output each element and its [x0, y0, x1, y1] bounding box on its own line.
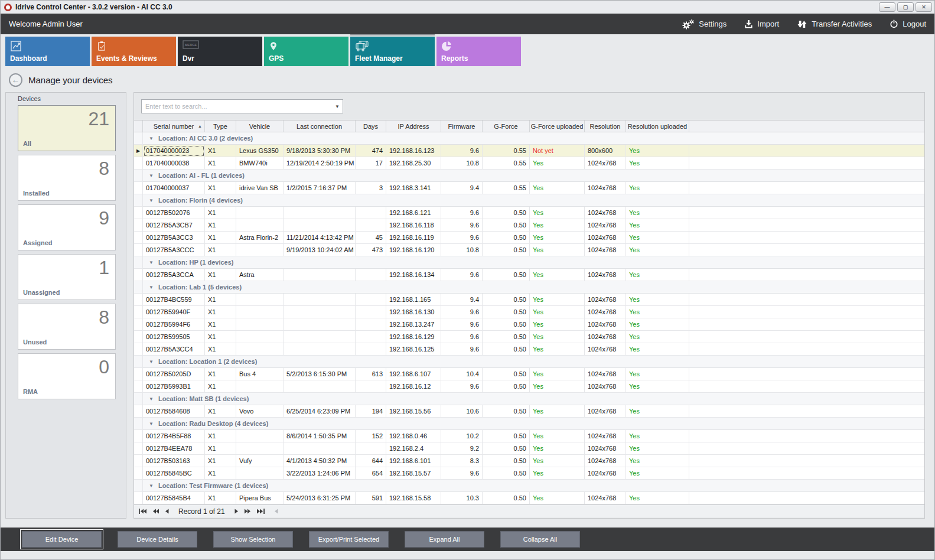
- device-row[interactable]: 017040000038X1BMW740i12/19/2014 2:50:19 …: [134, 157, 924, 170]
- column-header-g-force-uploaded[interactable]: G-Force uploaded: [530, 121, 585, 132]
- action-transfer-activities[interactable]: Transfer Activities: [797, 19, 872, 29]
- cell-serial-number: 00127B5A3CCC: [143, 244, 205, 256]
- group-row[interactable]: ▼Location: Radu Desktop (4 devices): [134, 418, 924, 430]
- cell-serial-number: 00127B5A3CC4: [143, 343, 205, 356]
- collapse-all-button[interactable]: Collapse All: [500, 531, 580, 548]
- column-header-resolution[interactable]: Resolution: [585, 121, 626, 132]
- column-header-firmware[interactable]: Firmware: [441, 121, 483, 132]
- pager-last-button[interactable]: [257, 508, 265, 515]
- device-row[interactable]: 00127B584608X1Vovo6/25/2014 6:23:09 PM19…: [134, 405, 924, 418]
- column-header-g-force[interactable]: G-Force: [483, 121, 530, 132]
- group-row[interactable]: ▼Location: Test Firmware (1 devices): [134, 480, 924, 492]
- device-row[interactable]: 017040000037X1idrive Van SB1/2/2015 7:16…: [134, 182, 924, 194]
- device-row[interactable]: 00127B5845BCX13/22/2013 1:24:06 PM654192…: [134, 467, 924, 480]
- device-row[interactable]: 00127B502076X1192.168.6.1219.60.50Yes102…: [134, 207, 924, 219]
- column-header-last-connection[interactable]: Last connection: [284, 121, 356, 132]
- action-logout[interactable]: Logout: [890, 19, 926, 28]
- group-row[interactable]: ▼Location: Location 1 (2 devices): [134, 356, 924, 368]
- device-row[interactable]: 00127B5A3CCCX19/19/2013 10:24:02 AM47319…: [134, 244, 924, 256]
- group-row[interactable]: ▼Location: HP (1 devices): [134, 256, 924, 269]
- row-indicator: [134, 207, 143, 219]
- device-row[interactable]: 00127B503163X1Vufy4/1/2013 4:50:32 PM644…: [134, 455, 924, 467]
- device-row[interactable]: 00127B50205DX1Bus 45/2/2013 6:15:30 PM61…: [134, 368, 924, 380]
- device-filter-installed[interactable]: 8Installed: [18, 155, 116, 201]
- row-indicator: [134, 380, 143, 393]
- tab-dashboard[interactable]: Dashboard: [5, 37, 90, 66]
- action-settings[interactable]: Settings: [682, 19, 727, 30]
- tab-events-reviews[interactable]: Events & Reviews: [92, 37, 176, 66]
- device-row[interactable]: 00127B4BC559X1192.168.1.1659.40.50Yes102…: [134, 294, 924, 306]
- pager-prev-button[interactable]: [165, 508, 169, 515]
- device-row[interactable]: 00127B4B5F88X18/6/2014 1:50:35 PM152192.…: [134, 430, 924, 442]
- chart-icon: [10, 40, 22, 54]
- device-row[interactable]: 00127B5993B1X1192.168.16.129.60.50Yes102…: [134, 380, 924, 393]
- group-row[interactable]: ▼Location: Al - FL (1 devices): [134, 170, 924, 182]
- column-header-type[interactable]: Type: [205, 121, 236, 132]
- column-header-days[interactable]: Days: [356, 121, 386, 132]
- column-header-resolution-uploaded[interactable]: Resolution uploaded: [626, 121, 689, 132]
- device-row[interactable]: 00127B599505X1192.168.16.1299.60.50Yes10…: [134, 331, 924, 343]
- pager-fast-next-button[interactable]: [245, 508, 251, 515]
- pager-first-button[interactable]: [139, 508, 146, 515]
- device-row[interactable]: 00127B5A3CB7X1192.168.16.1189.60.50Yes10…: [134, 219, 924, 232]
- back-button[interactable]: ←: [9, 73, 22, 87]
- tab-gps[interactable]: GPS: [264, 37, 348, 66]
- device-row[interactable]: 00127B4EEA78X1192.168.2.49.20.50Yes1024x…: [134, 442, 924, 455]
- cell-filler: [689, 306, 924, 318]
- search-dropdown-icon[interactable]: ▼: [332, 104, 343, 109]
- group-row[interactable]: ▼Location: Florin (4 devices): [134, 194, 924, 207]
- tab-fleet-manager[interactable]: Fleet Manager: [350, 37, 435, 66]
- cell-g-force-uploaded: Yes: [530, 294, 585, 306]
- cell-last-connection: [284, 269, 356, 281]
- device-filter-unused[interactable]: 8Unused: [18, 304, 116, 350]
- device-row[interactable]: 00127B5994F6X1192.168.13.2479.60.50Yes10…: [134, 318, 924, 331]
- group-row-indicator: [134, 256, 143, 269]
- close-button[interactable]: ✕: [916, 2, 932, 12]
- group-row[interactable]: ▼Location: Al CC 3.0 (2 devices): [134, 132, 924, 145]
- column-header-vehicle[interactable]: Vehicle: [236, 121, 284, 132]
- action-label: Transfer Activities: [812, 19, 872, 28]
- tab-reports[interactable]: Reports: [436, 37, 521, 66]
- column-header-ip-address[interactable]: IP Address: [386, 121, 441, 132]
- export-print-selected-button[interactable]: Export/Print Selected: [309, 531, 389, 548]
- cell-ip-address: 192.168.25.30: [386, 157, 441, 170]
- device-filter-all[interactable]: 21All: [18, 105, 116, 151]
- scroll-left-button[interactable]: [274, 508, 278, 515]
- group-row[interactable]: ▼Location: Lab 1 (5 devices): [134, 281, 924, 294]
- cell-days: 591: [356, 492, 386, 504]
- table-body: ▼Location: Al CC 3.0 (2 devices)▶0170400…: [134, 132, 924, 504]
- cell-firmware: 10.4: [441, 368, 483, 380]
- column-header-serial-number[interactable]: Serial number▲: [143, 121, 205, 132]
- device-row[interactable]: 00127B5A3CC3X1Astra Florin-211/21/2014 4…: [134, 232, 924, 244]
- pager-next-button[interactable]: [234, 508, 239, 515]
- tab-dvr[interactable]: MERGEDvr: [178, 37, 262, 66]
- device-row[interactable]: 00127B5A3CCAX1Astra192.168.16.1349.60.50…: [134, 269, 924, 281]
- device-row[interactable]: 00127B5A3CC4X1192.168.16.1259.60.50Yes10…: [134, 343, 924, 356]
- device-row[interactable]: 00127B59940FX1192.168.16.1309.60.50Yes10…: [134, 306, 924, 318]
- cell-g-force: 0.50: [483, 306, 530, 318]
- cell-resolution-uploaded: Yes: [626, 145, 689, 157]
- device-row[interactable]: ▶017040000023X1Lexus GS3509/18/2013 5:30…: [134, 145, 924, 157]
- device-filter-unassigned[interactable]: 1Unassigned: [18, 254, 116, 300]
- action-import[interactable]: Import: [744, 19, 779, 28]
- device-filter-assigned[interactable]: 9Assigned: [18, 204, 116, 250]
- cell-last-connection: [284, 294, 356, 306]
- group-label: ▼Location: Lab 1 (5 devices): [143, 281, 924, 294]
- minimize-button[interactable]: —: [879, 2, 895, 12]
- cell-g-force-uploaded: Yes: [530, 492, 585, 504]
- search-input[interactable]: [142, 103, 332, 110]
- pager-fast-prev-button[interactable]: [152, 508, 159, 515]
- edit-device-button[interactable]: Edit Device: [22, 531, 102, 548]
- cell-g-force: 0.50: [483, 318, 530, 331]
- show-selection-button[interactable]: Show Selection: [213, 531, 293, 548]
- maximize-button[interactable]: ▢: [897, 2, 914, 12]
- cell-type: X1: [205, 244, 236, 256]
- cell-last-connection: [284, 343, 356, 356]
- group-row-indicator: [134, 281, 143, 294]
- device-filter-rma[interactable]: 0RMA: [18, 353, 116, 399]
- group-row[interactable]: ▼Location: Matt SB (1 devices): [134, 393, 924, 405]
- expand-all-button[interactable]: Expand All: [405, 531, 484, 548]
- device-row[interactable]: 00127B5845B4X1Pipera Bus5/24/2013 6:31:2…: [134, 492, 924, 504]
- device-details-button[interactable]: Device Details: [118, 531, 197, 548]
- cell-resolution-uploaded: Yes: [626, 157, 689, 170]
